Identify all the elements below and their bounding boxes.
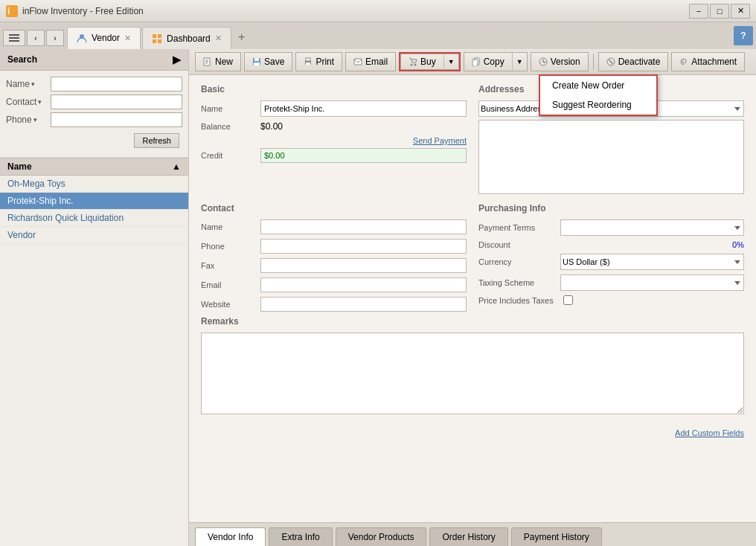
search-phone-row: Phone ▾: [6, 112, 182, 127]
search-name-input[interactable]: [51, 77, 182, 91]
send-payment-link[interactable]: Send Payment: [201, 136, 467, 145]
sidebar: Search ▶ Name ▾ Contact ▾ Phone: [0, 49, 189, 546]
search-contact-input[interactable]: [51, 94, 182, 109]
contact-name-input[interactable]: [260, 219, 467, 234]
search-phone-input[interactable]: [51, 112, 182, 127]
copy-main-button[interactable]: Copy: [464, 52, 512, 71]
suggest-reordering-item[interactable]: Suggest Reordering: [540, 95, 656, 115]
attachment-icon: [679, 57, 688, 66]
add-custom-fields-link[interactable]: Add Custom Fields: [201, 428, 744, 437]
deactivate-button[interactable]: Deactivate: [598, 52, 669, 71]
toolbar-separator: [593, 54, 594, 70]
tab-order-history[interactable]: Order History: [429, 527, 507, 546]
taxing-scheme-select[interactable]: [560, 274, 744, 291]
remarks-textarea[interactable]: [201, 333, 744, 414]
tab-dashboard-close[interactable]: ✕: [215, 33, 222, 43]
tab-dashboard[interactable]: Dashboard ✕: [142, 27, 231, 49]
help-button[interactable]: ?: [734, 26, 753, 45]
tab-vendor-info[interactable]: Vendor Info: [195, 527, 266, 546]
copy-arrow-button[interactable]: ▼: [512, 52, 528, 71]
window-controls: − □ ✕: [689, 4, 750, 19]
buy-arrow-button[interactable]: ▼: [443, 54, 459, 70]
add-tab-button[interactable]: +: [233, 28, 251, 46]
vendor-tab-icon: [77, 33, 87, 43]
basic-credit-input[interactable]: [260, 148, 467, 163]
maximize-button[interactable]: □: [710, 4, 729, 19]
window-title: inFlow Inventory - Free Edition: [22, 6, 689, 16]
contact-phone-label: Phone: [201, 242, 260, 251]
payment-terms-row: Payment Terms: [478, 219, 744, 236]
search-contact-label[interactable]: Contact ▾: [6, 97, 51, 107]
discount-value: 0%: [560, 240, 744, 249]
tab-extra-info[interactable]: Extra Info: [269, 527, 332, 546]
contact-title: Contact: [201, 203, 467, 213]
taxing-scheme-row: Taxing Scheme: [478, 274, 744, 291]
search-name-row: Name ▾: [6, 77, 182, 91]
contact-email-input[interactable]: [260, 277, 467, 292]
hamburger-button[interactable]: [3, 30, 25, 46]
tab-vendor[interactable]: Vendor ✕: [67, 27, 141, 49]
discount-row: Discount 0%: [478, 240, 744, 249]
search-name-label[interactable]: Name ▾: [6, 79, 51, 89]
hamburger-line2: [9, 37, 19, 39]
svg-rect-13: [254, 62, 260, 65]
discount-label: Discount: [478, 240, 560, 249]
vendor-item-oh-mega[interactable]: Oh-Mega Toys: [0, 176, 188, 193]
tab-vendor-products[interactable]: Vendor Products: [336, 527, 427, 546]
contact-website-input[interactable]: [260, 297, 467, 312]
tab-vendor-close[interactable]: ✕: [124, 33, 131, 43]
payment-terms-select[interactable]: [560, 219, 744, 236]
list-sort-icon[interactable]: ▲: [172, 161, 181, 172]
basic-credit-label: Credit: [201, 151, 260, 160]
dashboard-tab-icon: [152, 33, 162, 44]
version-button[interactable]: Version: [531, 52, 589, 71]
hamburger-line1: [9, 34, 19, 36]
buy-dropdown-menu: Create New Order Suggest Reordering: [539, 74, 658, 116]
currency-label: Currency: [478, 257, 560, 266]
sidebar-title: Search: [7, 54, 37, 65]
new-button[interactable]: New: [195, 52, 241, 71]
minimize-button[interactable]: −: [689, 4, 708, 19]
tab-payment-history[interactable]: Payment History: [511, 527, 602, 546]
svg-rect-16: [306, 62, 310, 65]
refresh-button[interactable]: Refresh: [134, 133, 179, 148]
basic-balance-row: Balance $0.00: [201, 121, 467, 132]
close-button[interactable]: ✕: [731, 4, 750, 19]
forward-button[interactable]: ›: [46, 30, 64, 46]
purchasing-title: Purchasing Info: [478, 203, 744, 213]
save-button[interactable]: Save: [244, 52, 292, 71]
buy-main-button[interactable]: Buy: [400, 54, 443, 70]
list-header: Name ▲: [0, 158, 188, 176]
price-includes-taxes-row: Price Includes Taxes: [478, 295, 744, 305]
back-button[interactable]: ‹: [27, 30, 45, 46]
tab-vendor-label: Vendor: [92, 33, 120, 43]
vendor-item-vendor[interactable]: Vendor: [0, 227, 188, 244]
contact-fax-input[interactable]: [260, 258, 467, 273]
print-icon: [304, 57, 313, 66]
create-new-order-item[interactable]: Create New Order: [540, 76, 656, 95]
vendor-item-protekt[interactable]: Protekt-Ship Inc.: [0, 193, 188, 210]
content-area: New Save Print Email Buy ▼: [189, 49, 756, 546]
email-button[interactable]: Email: [345, 52, 396, 71]
svg-point-18: [411, 64, 413, 66]
search-phone-label[interactable]: Phone ▾: [6, 115, 51, 125]
basic-name-input[interactable]: [260, 100, 467, 117]
copy-icon: [472, 57, 481, 66]
tab-bar: ‹ › Vendor ✕ Dashboard ✕ + ?: [0, 22, 756, 49]
address-box[interactable]: [478, 120, 744, 194]
contact-website-row: Website: [201, 297, 467, 312]
deactivate-icon: [606, 57, 615, 66]
price-includes-taxes-checkbox[interactable]: [563, 295, 573, 305]
main-layout: Search ▶ Name ▾ Contact ▾ Phone: [0, 49, 756, 546]
currency-select[interactable]: US Dollar ($): [560, 254, 744, 270]
svg-line-26: [609, 60, 613, 64]
basic-name-label: Name: [201, 104, 260, 113]
remarks-title: Remarks: [201, 316, 744, 327]
sidebar-expand-icon[interactable]: ▶: [173, 54, 181, 65]
attachment-button[interactable]: Attachment: [671, 52, 745, 71]
toolbar: New Save Print Email Buy ▼: [189, 49, 756, 75]
list-title: Name: [7, 161, 32, 172]
vendor-item-richardson[interactable]: Richardson Quick Liquidation: [0, 210, 188, 227]
contact-phone-input[interactable]: [260, 239, 467, 254]
print-button[interactable]: Print: [295, 52, 342, 71]
